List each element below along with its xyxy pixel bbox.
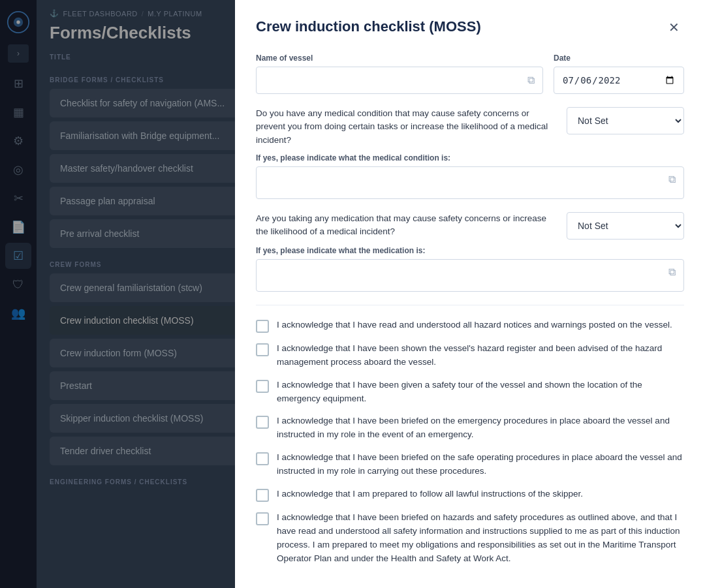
question-1: Do you have any medical condition that m…: [256, 107, 684, 199]
checkbox-7-label: I acknowledge that I have been briefed o…: [277, 511, 684, 566]
copy-icon[interactable]: ⧉: [527, 74, 535, 86]
checkbox-2-label: I acknowledge that I have been shown the…: [277, 342, 684, 369]
checkbox-item-7: I acknowledge that I have been briefed o…: [256, 511, 684, 566]
checkbox-3[interactable]: [256, 380, 269, 393]
checkbox-item-4: I acknowledge that I have been briefed o…: [256, 414, 684, 442]
checkbox-item-3: I acknowledge that I have been given a s…: [256, 379, 684, 406]
checkbox-3-label: I acknowledge that I have been given a s…: [277, 379, 684, 406]
followup-2-label: If yes, please indicate what the medicat…: [256, 246, 684, 255]
checkbox-5-label: I acknowledge that I have been briefed o…: [277, 451, 684, 478]
vessel-name-label: Name of vessel: [256, 54, 543, 63]
date-group: Date: [554, 54, 684, 94]
date-input[interactable]: [562, 74, 676, 86]
checkbox-7[interactable]: [256, 512, 269, 525]
question-2-row: Are you taking any medication that may c…: [256, 212, 684, 240]
checkbox-2[interactable]: [256, 343, 269, 356]
question-2-select-wrap: Not Set Yes No: [567, 212, 684, 240]
question-2-select[interactable]: Not Set Yes No: [567, 212, 684, 240]
checkbox-5[interactable]: [256, 452, 269, 465]
vessel-name-input[interactable]: [264, 75, 527, 85]
followup-1-label: If yes, please indicate what the medical…: [256, 153, 684, 162]
modal-title: Crew induction checklist (MOSS): [256, 18, 481, 35]
checkbox-1[interactable]: [256, 320, 269, 333]
vessel-name-group: Name of vessel ⧉: [256, 54, 543, 94]
followup-1-input[interactable]: ⧉: [256, 166, 684, 199]
checkbox-4[interactable]: [256, 416, 269, 429]
modal-overlay[interactable]: Crew induction checklist (MOSS) ✕ Name o…: [0, 0, 705, 588]
name-date-row: Name of vessel ⧉ Date: [256, 54, 684, 94]
question-1-row: Do you have any medical condition that m…: [256, 107, 684, 147]
question-1-text: Do you have any medical condition that m…: [256, 107, 554, 147]
checkbox-6[interactable]: [256, 489, 269, 502]
checkbox-6-label: I acknowledge that I am prepared to foll…: [277, 487, 583, 501]
checkbox-item-6: I acknowledge that I am prepared to foll…: [256, 487, 684, 502]
date-field[interactable]: [554, 67, 684, 94]
modal-header: Crew induction checklist (MOSS) ✕: [256, 18, 684, 38]
checkbox-item-5: I acknowledge that I have been briefed o…: [256, 451, 684, 478]
question-1-select-wrap: Not Set Yes No: [567, 107, 684, 134]
checkbox-item-2: I acknowledge that I have been shown the…: [256, 342, 684, 369]
checkbox-item-1: I acknowledge that I have read and under…: [256, 318, 684, 333]
question-2-text: Are you taking any medication that may c…: [256, 212, 554, 239]
modal-panel: Crew induction checklist (MOSS) ✕ Name o…: [235, 0, 705, 588]
checkbox-4-label: I acknowledge that I have been briefed o…: [277, 414, 684, 442]
question-2: Are you taking any medication that may c…: [256, 212, 684, 292]
checkbox-list: I acknowledge that I have read and under…: [256, 318, 684, 566]
divider: [256, 305, 684, 305]
followup-2-input[interactable]: ⧉: [256, 259, 684, 292]
copy-icon-3[interactable]: ⧉: [668, 266, 676, 278]
vessel-name-field[interactable]: ⧉: [256, 67, 543, 94]
copy-icon-2[interactable]: ⧉: [668, 174, 676, 185]
question-1-select[interactable]: Not Set Yes No: [567, 107, 684, 134]
date-label: Date: [554, 54, 684, 63]
modal-close-button[interactable]: ✕: [663, 17, 684, 38]
checkbox-1-label: I acknowledge that I have read and under…: [277, 318, 672, 332]
